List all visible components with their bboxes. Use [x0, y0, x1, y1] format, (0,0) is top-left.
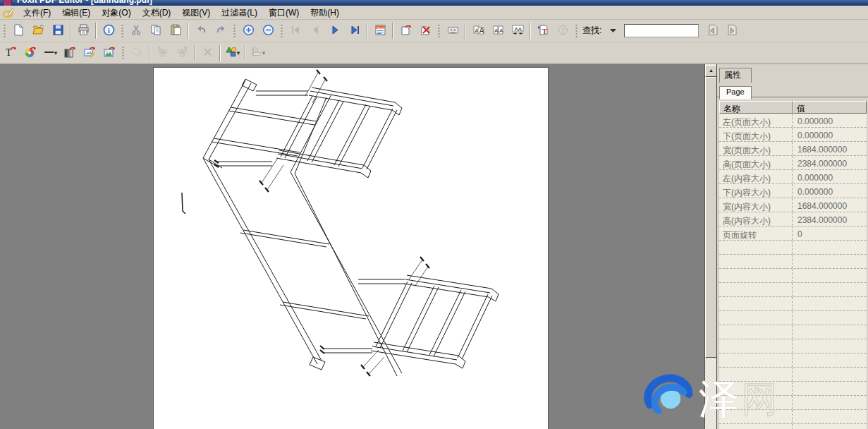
- toolbar-grip[interactable]: [233, 23, 236, 39]
- zoom-in-button[interactable]: [239, 22, 257, 40]
- property-row-3[interactable]: 高(页面大小)2384.000000: [719, 156, 867, 170]
- document-canvas[interactable]: [0, 64, 704, 429]
- main-inner-rail: [291, 95, 402, 376]
- pdf-page[interactable]: [154, 68, 548, 429]
- property-value: [793, 382, 867, 395]
- edit-image-button[interactable]: [80, 44, 99, 62]
- add-image-icon: [104, 46, 116, 60]
- open-document-button[interactable]: [29, 22, 47, 40]
- property-value: 0: [793, 226, 867, 240]
- properties-table-header: 名称 值: [719, 101, 867, 114]
- menu-item-3[interactable]: 文档(D): [137, 7, 177, 18]
- font-kerning-icon: AA: [512, 24, 524, 38]
- keyboard-button[interactable]: [444, 22, 462, 40]
- svg-text:A: A: [499, 28, 503, 34]
- property-value: [793, 410, 867, 423]
- menu-item-5[interactable]: 过滤器(L): [216, 7, 263, 18]
- add-text-button[interactable]: T: [1, 44, 20, 62]
- property-row-0[interactable]: 左(页面大小)0.000000: [719, 114, 867, 128]
- import-text-button[interactable]: T: [534, 22, 552, 40]
- title-bar: Foxit PDF Editor - [danhuang.pdf]: [0, 0, 868, 6]
- prev-page-icon: [310, 24, 322, 38]
- font-scale-button[interactable]: AA: [469, 22, 487, 40]
- chevron-down-icon: ▾: [54, 49, 58, 56]
- save-document-button[interactable]: [49, 22, 67, 40]
- toolbar-grip[interactable]: [437, 23, 441, 39]
- next-page-button[interactable]: [326, 22, 344, 40]
- zoom-out-button[interactable]: [259, 22, 277, 40]
- last-page-icon: [349, 24, 361, 38]
- property-name: [719, 255, 793, 268]
- font-pair-button[interactable]: AA: [489, 22, 507, 40]
- property-value: 2384.000000: [793, 212, 867, 226]
- toolbar-grip[interactable]: [280, 23, 283, 39]
- property-row-2[interactable]: 宽(页面大小)1684.000000: [719, 142, 867, 156]
- property-name: 左(内容大小): [719, 170, 793, 183]
- property-row-4[interactable]: 左(内容大小)0.000000: [719, 170, 867, 184]
- menu-item-7[interactable]: 帮助(H): [305, 7, 345, 18]
- font-kerning-button[interactable]: AA: [508, 22, 527, 40]
- find-dropdown-button[interactable]: [604, 22, 622, 40]
- toolbar-grip[interactable]: [121, 23, 124, 39]
- rotate-page-button[interactable]: [396, 22, 415, 40]
- line-style-button[interactable]: ▾: [41, 44, 59, 62]
- property-value: [793, 424, 867, 429]
- insert-shapes-button[interactable]: ▾: [224, 44, 242, 62]
- tab-page[interactable]: Page: [719, 86, 752, 99]
- add-gradient-button[interactable]: [61, 44, 79, 62]
- toolbar-grip[interactable]: [121, 45, 125, 61]
- cut-button[interactable]: [127, 22, 145, 40]
- new-document-button[interactable]: [9, 22, 27, 40]
- find-input[interactable]: [624, 24, 699, 37]
- svg-text:i: i: [108, 26, 110, 34]
- property-name: [719, 325, 793, 339]
- vertical-scrollbar[interactable]: ▲: [704, 64, 716, 429]
- add-image-button[interactable]: [100, 44, 118, 62]
- paste-button[interactable]: [166, 22, 185, 40]
- keyboard-icon: [447, 24, 459, 38]
- connector-lines: [217, 91, 405, 353]
- first-page-button[interactable]: [286, 22, 305, 40]
- document-info-button[interactable]: i: [99, 22, 118, 40]
- toolbar-grip[interactable]: [3, 23, 6, 39]
- property-name: 宽(内容大小): [719, 198, 793, 212]
- bring-forward-button[interactable]: [173, 44, 191, 62]
- column-header-name[interactable]: 名称: [719, 101, 793, 114]
- property-name: 宽(页面大小): [719, 142, 793, 155]
- align-objects-button[interactable]: ▾: [249, 44, 267, 62]
- find-previous-button[interactable]: [703, 22, 721, 40]
- print-button[interactable]: [74, 22, 92, 40]
- find-next-button[interactable]: [723, 22, 741, 40]
- last-page-button[interactable]: [346, 22, 364, 40]
- column-header-value[interactable]: 值: [793, 101, 867, 114]
- add-color-icon: [25, 46, 37, 60]
- delete-page-button[interactable]: [416, 22, 434, 40]
- add-color-button[interactable]: [21, 44, 39, 62]
- redo-button[interactable]: [212, 22, 230, 40]
- scroll-up-button[interactable]: ▲: [705, 65, 717, 77]
- scroll-thumb[interactable]: [705, 77, 717, 358]
- copy-button[interactable]: [147, 22, 165, 40]
- menu-item-6[interactable]: 窗口(W): [263, 7, 305, 18]
- menu-item-2[interactable]: 对象(O): [96, 7, 136, 18]
- toolbar-grip[interactable]: [575, 23, 578, 39]
- send-backward-button[interactable]: [153, 44, 171, 62]
- prev-page-button[interactable]: [306, 22, 324, 40]
- menu-item-4[interactable]: 视图(V): [176, 7, 216, 18]
- text-crosshair-button[interactable]: T: [554, 22, 572, 40]
- property-row-5[interactable]: 下(内容大小)0.000000: [719, 184, 867, 198]
- clone-object-button[interactable]: [128, 44, 146, 62]
- menu-item-0[interactable]: 文件(F): [18, 7, 56, 18]
- property-name: [719, 410, 793, 423]
- page-form-button[interactable]: [371, 22, 389, 40]
- property-row-empty: [719, 269, 867, 283]
- undo-button[interactable]: [192, 22, 210, 40]
- property-row-8[interactable]: 页面旋转0: [719, 226, 867, 241]
- menu-item-1[interactable]: 编辑(E): [56, 7, 96, 18]
- property-row-1[interactable]: 下(页面大小)0.000000: [719, 128, 867, 142]
- property-row-6[interactable]: 宽(内容大小)1684.000000: [719, 198, 867, 212]
- property-name: [719, 283, 793, 296]
- deselect-all-button[interactable]: [198, 44, 216, 62]
- property-row-7[interactable]: 高(内容大小)2384.000000: [719, 212, 867, 226]
- menu-bar: 文件(F)编辑(E)对象(O)文档(D)视图(V)过滤器(L)窗口(W)帮助(H…: [0, 6, 868, 20]
